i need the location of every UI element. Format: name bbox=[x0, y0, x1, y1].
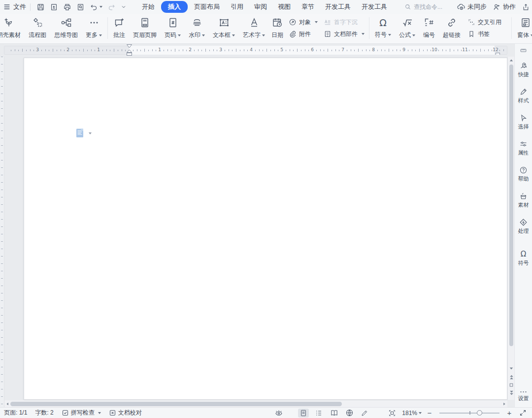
ribbon-mindmap[interactable]: 思维导图 bbox=[50, 14, 82, 42]
save-icon[interactable] bbox=[36, 3, 45, 11]
dropcap-icon bbox=[324, 18, 332, 26]
search-input[interactable] bbox=[414, 3, 455, 10]
right-margin-marker[interactable] bbox=[496, 53, 500, 55]
sidebar-item-properties[interactable]: 属性 bbox=[518, 140, 529, 156]
paste-options-icon bbox=[75, 128, 85, 138]
vertical-scroll-thumb[interactable] bbox=[509, 64, 513, 346]
read-view-button[interactable] bbox=[329, 409, 339, 418]
sidebar-item-material[interactable]: 素材 bbox=[518, 192, 529, 208]
word-count[interactable]: 字数: 2 bbox=[35, 409, 53, 417]
more-dots-icon bbox=[88, 17, 100, 29]
tab-review[interactable]: 审阅 bbox=[250, 1, 271, 13]
undo-button[interactable] bbox=[90, 3, 102, 11]
tab-developer-2[interactable]: 开发工具 bbox=[357, 1, 392, 13]
print-icon[interactable] bbox=[63, 3, 71, 11]
zoom-out-button[interactable]: − bbox=[426, 409, 433, 417]
tab-section[interactable]: 章节 bbox=[297, 1, 319, 13]
ribbon-textbox[interactable]: 文本框 bbox=[209, 14, 239, 42]
ribbon-formula[interactable]: 公式 bbox=[395, 14, 419, 42]
ribbon-object[interactable]: 对象 bbox=[289, 18, 318, 27]
zoom-in-button[interactable]: + bbox=[506, 409, 513, 417]
ribbon-watermark[interactable]: 水印 bbox=[185, 14, 209, 42]
redo-icon[interactable] bbox=[107, 3, 116, 11]
ruler-tick bbox=[148, 50, 149, 51]
ruler-toggle-icon[interactable] bbox=[520, 47, 527, 54]
ribbon-date[interactable]: 日期 bbox=[269, 14, 286, 42]
horizontal-scrollbar[interactable] bbox=[4, 400, 507, 407]
bookmark-label: 书签 bbox=[478, 30, 490, 38]
ruler-tick bbox=[171, 50, 171, 51]
ribbon-more[interactable]: 更多 bbox=[82, 14, 106, 42]
ribbon-numbering[interactable]: 编号 bbox=[419, 14, 439, 42]
ribbon-form[interactable]: 窗体 bbox=[513, 14, 532, 42]
fullscreen-button[interactable] bbox=[517, 409, 528, 418]
tab-insert[interactable]: 插入 bbox=[161, 1, 188, 13]
ruler-tick bbox=[431, 50, 431, 51]
ruler-tick bbox=[335, 49, 336, 51]
ruler-tick bbox=[205, 49, 206, 52]
ribbon-cross-reference[interactable]: 交叉引用 bbox=[467, 18, 501, 27]
ribbon-header-footer[interactable]: 页眉页脚 bbox=[129, 14, 161, 42]
eye-protection-button[interactable] bbox=[273, 409, 284, 418]
tab-developer-1[interactable]: 开发工具 bbox=[321, 1, 355, 13]
scroll-right-icon[interactable] bbox=[501, 400, 507, 407]
ruler-number: 4 bbox=[250, 47, 253, 52]
document-canvas[interactable] bbox=[4, 57, 507, 407]
vertical-scrollbar[interactable] bbox=[507, 57, 514, 400]
indent-markers[interactable] bbox=[126, 44, 133, 57]
sidebar-item-help[interactable]: 帮助 bbox=[518, 166, 529, 182]
ribbon-docer-material[interactable]: 稻壳素材 bbox=[0, 14, 25, 42]
outline-view-button[interactable] bbox=[313, 409, 324, 418]
zoom-slider-knob[interactable] bbox=[477, 410, 482, 416]
tab-home[interactable]: 开始 bbox=[137, 1, 159, 13]
print-preview-icon[interactable] bbox=[76, 3, 85, 11]
tab-view[interactable]: 视图 bbox=[273, 1, 295, 13]
document-page[interactable] bbox=[24, 58, 507, 400]
web-view-button[interactable] bbox=[344, 409, 355, 418]
ink-annotation-button[interactable] bbox=[359, 409, 370, 418]
scroll-up-icon[interactable] bbox=[508, 57, 515, 64]
ribbon-doc-parts[interactable]: 文档部件 bbox=[324, 30, 365, 38]
export-icon[interactable] bbox=[50, 3, 58, 11]
horizontal-scroll-thumb[interactable] bbox=[10, 402, 342, 406]
sidebar-settings[interactable]: 设置 bbox=[518, 390, 529, 402]
ribbon-symbol[interactable]: Ω 符号 bbox=[371, 14, 395, 42]
ribbon-flowchart[interactable]: 流程图 bbox=[25, 14, 50, 42]
ribbon-attachment[interactable]: 附件 bbox=[289, 30, 318, 38]
tab-page-layout[interactable]: 页面布局 bbox=[190, 1, 224, 13]
select-browse-object-icon[interactable] bbox=[508, 382, 515, 388]
sidebar-item-symbols[interactable]: Ω 符号 bbox=[518, 250, 529, 266]
ribbon-page-number[interactable]: 页码 bbox=[161, 14, 185, 42]
page-view-button[interactable] bbox=[298, 409, 309, 418]
fit-page-button[interactable] bbox=[387, 409, 398, 418]
sync-status-button[interactable]: 未同步 bbox=[455, 1, 488, 12]
horizontal-ruler[interactable]: 123123456789101112 bbox=[4, 46, 507, 55]
ruler-tick bbox=[297, 49, 298, 52]
previous-page-icon[interactable] bbox=[508, 374, 515, 381]
paste-options-button[interactable] bbox=[75, 128, 92, 138]
mindmap-icon bbox=[60, 17, 72, 29]
share-button[interactable]: 分享 bbox=[520, 1, 532, 12]
sidebar-item-process[interactable]: 处理 bbox=[518, 218, 529, 234]
ribbon-hyperlink[interactable]: 超链接 bbox=[439, 14, 465, 42]
scroll-left-icon[interactable] bbox=[4, 400, 10, 407]
customize-qat-icon[interactable] bbox=[121, 4, 127, 10]
zoom-slider[interactable] bbox=[439, 410, 499, 417]
next-page-icon[interactable] bbox=[508, 389, 515, 396]
scroll-down-icon[interactable] bbox=[508, 365, 515, 372]
spellcheck-toggle[interactable]: 拼写检查 bbox=[62, 409, 101, 417]
ruler-tick bbox=[415, 50, 416, 51]
proofread-toggle[interactable]: 文档校对 bbox=[109, 409, 142, 417]
ribbon-wordart[interactable]: 艺术字 bbox=[239, 14, 269, 42]
ribbon-bookmark[interactable]: 书签 bbox=[467, 30, 501, 38]
collaborate-button[interactable]: 协作 bbox=[491, 1, 517, 12]
sidebar-item-shortcuts[interactable]: 快捷 bbox=[518, 62, 529, 77]
ribbon-comment[interactable]: 批注 bbox=[109, 14, 129, 42]
sidebar-item-styles[interactable]: 样式 bbox=[518, 88, 529, 103]
zoom-level-button[interactable]: 181% bbox=[402, 410, 422, 417]
sidebar-item-select[interactable]: 选择 bbox=[518, 114, 529, 129]
file-menu[interactable]: 文件 bbox=[13, 2, 26, 11]
tab-references[interactable]: 引用 bbox=[226, 1, 248, 13]
command-search[interactable] bbox=[404, 3, 455, 10]
main-menu-icon[interactable] bbox=[3, 3, 11, 11]
